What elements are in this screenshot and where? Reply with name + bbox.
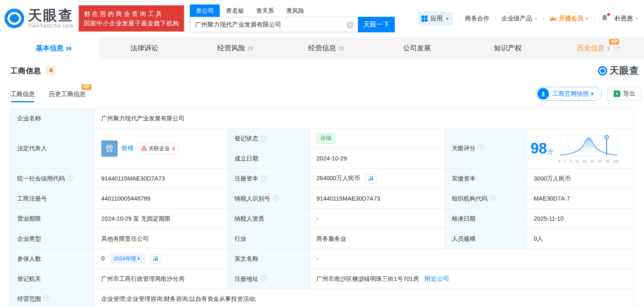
reg-address-value: 广州市南沙区横沥镇明珠三街1号701房 附近公司 [310, 269, 634, 289]
table-row: 参保人数 0 2024年报 英文名称 - [11, 249, 634, 269]
help-icon[interactable] [614, 45, 620, 51]
vip-badge: VIP [609, 39, 619, 45]
page: 天眼查 TianYanCha.com 都在用的商业查询工具 国家中小企业发展子基… [0, 0, 644, 307]
reg-authority-value: 广州市工商行政管理局南沙分局 [95, 269, 228, 289]
tab-label: 知识产权 [494, 43, 522, 53]
tab-basic-info[interactable]: 基本信息 36 [8, 37, 99, 59]
related-companies-button[interactable]: 关联企业 4 [138, 143, 179, 154]
insured-label: 参保人数 [11, 249, 95, 269]
section-title: 工商信息 [10, 66, 41, 76]
menu-vip-label: 开通会员 [559, 15, 583, 23]
org-code-value: MAE30D7A-7 [527, 189, 634, 209]
notification-dot [607, 13, 610, 16]
caret-down-icon [446, 18, 449, 21]
apps-label: 应用 [430, 15, 443, 23]
logo[interactable]: 天眼查 TianYanCha.com [4, 8, 74, 29]
taxpayer-qual-label: 纳税人资质 [228, 209, 310, 229]
caret-down-icon [635, 18, 638, 21]
score-value: 98分 [530, 140, 553, 157]
tianyancha-logo-icon [4, 8, 25, 29]
subtab-history-business-info[interactable]: VIP 历史工商信息 [49, 90, 86, 102]
main-nav: 基本信息 36 法律诉讼 经营风险 29 经营信息 20 公司发展 知识产权 V… [8, 37, 644, 59]
promo-line2: 国家中小企业发展子基金旗下机构 [84, 18, 179, 28]
help-icon[interactable] [273, 195, 279, 201]
search-input[interactable] [190, 17, 343, 32]
score-label: 天眼评分 [445, 129, 527, 169]
taxpayer-id-value: 91440115MAE30D7A73 [310, 189, 445, 209]
help-icon[interactable] [67, 175, 73, 181]
subscribe-bell-icon[interactable] [46, 66, 56, 76]
related-companies-count: 4 [172, 145, 175, 151]
help-icon[interactable] [261, 135, 267, 141]
insured-chart-icon[interactable] [150, 254, 161, 264]
help-icon[interactable] [478, 144, 484, 151]
reg-number-label: 工商注册号 [11, 189, 95, 209]
score-value-cell: 98分 [527, 129, 634, 169]
notification-bell-icon[interactable] [601, 14, 609, 23]
table-row: 营业期限 2024-10-29 至 无固定期限 纳税人资质 - 核准日期 202… [11, 209, 634, 229]
table-row: 登记机关 广州市工商行政管理局南沙分局 注册地址 广州市南沙区横沥镇明珠三街1号… [11, 269, 634, 289]
menu-cooperation[interactable]: 商务合作 [465, 15, 489, 23]
tab-intellectual-property[interactable]: 知识产权 [462, 37, 553, 59]
apps-button[interactable]: 应用 [417, 11, 453, 26]
excel-icon [614, 90, 620, 97]
vip-badge: VIP [82, 84, 91, 90]
table-row: 企业名称 广州聚力现代产业发展有限公司 [11, 108, 634, 129]
tab-label: 法律诉讼 [130, 43, 158, 53]
legal-rep-avatar[interactable]: 曾 [101, 140, 118, 157]
legal-rep-link[interactable]: 曾锋 [121, 144, 134, 152]
english-name-value: - [310, 249, 634, 269]
stamp-icon [537, 88, 549, 99]
tab-count: 20 [338, 45, 344, 52]
search-button[interactable]: 天眼一下 [358, 17, 395, 32]
arrow-right-icon [592, 92, 596, 96]
annual-report-badge[interactable]: 2024年报 [110, 254, 145, 264]
user-menu[interactable]: 朴恩惠 [614, 15, 638, 23]
tab-legal-proceedings[interactable]: 法律诉讼 [99, 37, 190, 59]
search-tab-relation[interactable]: 查关系 [250, 5, 280, 17]
company-type-value: 其他有限责任公司 [95, 229, 228, 249]
menu-enterprise-label: 企业级产品 [501, 15, 532, 23]
help-icon[interactable] [261, 175, 267, 181]
export-button[interactable]: 导出 [608, 87, 642, 101]
business-scope-label: 经营范围 [11, 289, 95, 307]
menu-vip-button[interactable]: 开通会员 [549, 15, 589, 23]
divider [459, 16, 459, 22]
tab-company-development[interactable]: 公司发展 [371, 37, 462, 59]
search-tab-boss[interactable]: 查老板 [220, 5, 250, 17]
caret-down-icon [534, 18, 537, 21]
tab-operating-risk[interactable]: 经营风险 29 [190, 37, 281, 59]
capital-chart-icon[interactable] [365, 174, 376, 183]
snapshot-label: 工商官网快照 [552, 90, 589, 98]
help-icon[interactable] [490, 195, 496, 201]
company-name-value: 广州聚力现代产业发展有限公司 [95, 108, 634, 129]
tab-label: 经营信息 [308, 43, 336, 53]
nearby-companies-link[interactable]: 附近公司 [425, 275, 449, 283]
search-tab-risk[interactable]: 查风险 [280, 5, 310, 17]
establish-date-value: 2024-10-29 [310, 149, 445, 169]
approval-date-label: 核准日期 [445, 209, 527, 229]
tab-history-info[interactable]: VIP 历史信息 3 [553, 37, 644, 59]
industry-value: 商务服务业 [310, 229, 445, 249]
help-icon[interactable] [261, 275, 267, 281]
promo-banner: 都在用的商业查询工具 国家中小企业发展子基金旗下机构 [79, 5, 184, 32]
reg-status-value: 存续 [310, 129, 445, 149]
tab-operating-info[interactable]: 经营信息 20 [281, 37, 372, 59]
subtab-business-info[interactable]: 工商信息 [10, 90, 35, 102]
help-icon[interactable] [43, 295, 50, 301]
top-menu: 应用 商务合作 企业级产品 开通会员 [417, 11, 638, 26]
search-tab-company[interactable]: 查公司 [190, 5, 220, 17]
related-companies-icon [141, 146, 147, 151]
legal-rep-label: 法定代表人 [11, 129, 95, 169]
clear-icon[interactable]: × [346, 21, 354, 29]
content: 工商信息 天眼查 工商信息 VIP 历史工商信息 [8, 59, 644, 307]
username: 朴恩惠 [614, 15, 633, 23]
official-snapshot-button[interactable]: 工商官网快照 [536, 87, 602, 101]
menu-enterprise[interactable]: 企业级产品 [501, 15, 537, 23]
tianyancha-logo-icon [598, 66, 608, 76]
company-name-label: 企业名称 [11, 108, 95, 129]
related-companies-label: 关联企业 [148, 145, 170, 152]
english-name-label: 英文名称 [228, 249, 310, 269]
logo-subtitle: TianYanCha.com [28, 23, 74, 29]
status-badge: 存续 [316, 133, 335, 144]
